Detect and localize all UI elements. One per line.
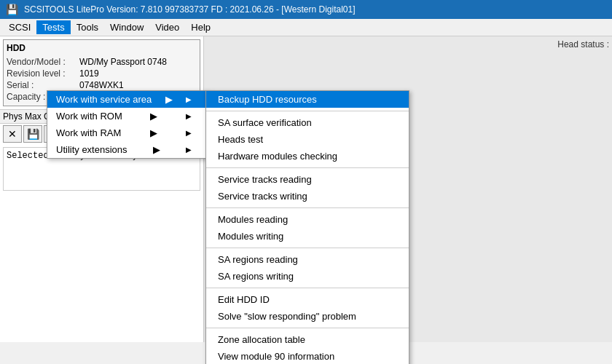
menu-work-service-area[interactable]: Work with service area ▶: [47, 91, 206, 108]
hdd-revision-label: Revision level :: [7, 68, 79, 79]
menu-video[interactable]: Video: [149, 20, 185, 34]
menu-service-tracks-write[interactable]: Service tracks writing: [206, 188, 409, 205]
save-button[interactable]: 💾: [23, 125, 42, 143]
separator-5: [206, 288, 409, 288]
menu-utility-extensions[interactable]: Utility extensions ▶: [47, 141, 206, 158]
hdd-revision-value: 1019: [79, 68, 99, 79]
menu-sa-regions-read[interactable]: SA regions reading: [206, 251, 409, 268]
hdd-serial-label: Serial :: [7, 80, 79, 90]
app-icon: 💾: [6, 4, 18, 15]
hdd-vendor-value: WD/My Passport 0748: [79, 57, 167, 67]
menu-modules-writing[interactable]: Modules writing: [206, 228, 409, 245]
separator-4: [206, 248, 409, 248]
hdd-section-title: HDD: [7, 43, 197, 53]
menu-sa-regions-write[interactable]: SA regions writing: [206, 268, 409, 285]
menu-heads-test[interactable]: Heads test: [206, 131, 409, 148]
menu-work-ram[interactable]: Work with RAM ▶: [47, 124, 206, 141]
hdd-serial-value: 0748WXK1: [79, 80, 124, 90]
menu-bar: SCSI Tests Tools Window Video Help: [0, 19, 612, 36]
service-area-submenu: Backup HDD resources SA surface verifica…: [205, 90, 409, 364]
menu-work-rom[interactable]: Work with ROM ▶: [47, 108, 206, 124]
close-button[interactable]: ✕: [3, 125, 22, 143]
separator-6: [206, 328, 409, 328]
main-content: HDD Vendor/Model : WD/My Passport 0748 R…: [0, 36, 612, 342]
menu-view-module-90[interactable]: View module 90 information: [206, 348, 409, 364]
menu-tests[interactable]: Tests: [36, 20, 70, 34]
menu-hw-modules[interactable]: Hardware modules checking: [206, 148, 409, 165]
menu-service-tracks-read[interactable]: Service tracks reading: [206, 171, 409, 188]
separator-1: [206, 111, 409, 111]
menu-modules-reading[interactable]: Modules reading: [206, 211, 409, 228]
tests-dropdown: Work with service area ▶ Work with ROM ▶…: [47, 90, 207, 159]
menu-slow-responding[interactable]: Solve "slow responding" problem: [206, 308, 409, 325]
menu-window[interactable]: Window: [104, 20, 149, 34]
menu-sa-surface[interactable]: SA surface verification: [206, 114, 409, 131]
separator-2: [206, 167, 409, 168]
menu-zone-allocation[interactable]: Zone allocation table: [206, 331, 409, 348]
hdd-vendor-label: Vendor/Model :: [7, 57, 79, 67]
menu-help[interactable]: Help: [185, 20, 216, 34]
left-panel: HDD Vendor/Model : WD/My Passport 0748 R…: [0, 36, 204, 342]
hdd-revision-row: Revision level : 1019: [7, 68, 197, 79]
separator-3: [206, 207, 409, 208]
head-status-label: Head status :: [557, 39, 609, 50]
menu-backup-hdd[interactable]: Backup HDD resources: [206, 91, 409, 108]
title-bar: 💾 SCSITOOLS LitePro Version: 7.810 99738…: [0, 0, 612, 19]
menu-tools[interactable]: Tools: [71, 20, 104, 34]
menu-edit-hdd-id[interactable]: Edit HDD ID: [206, 291, 409, 308]
hdd-vendor-row: Vendor/Model : WD/My Passport 0748: [7, 56, 197, 68]
menu-scsi[interactable]: SCSI: [3, 20, 36, 34]
hdd-serial-row: Serial : 0748WXK1: [7, 79, 197, 91]
title-text: SCSITOOLS LitePro Version: 7.810 9973837…: [24, 4, 356, 15]
